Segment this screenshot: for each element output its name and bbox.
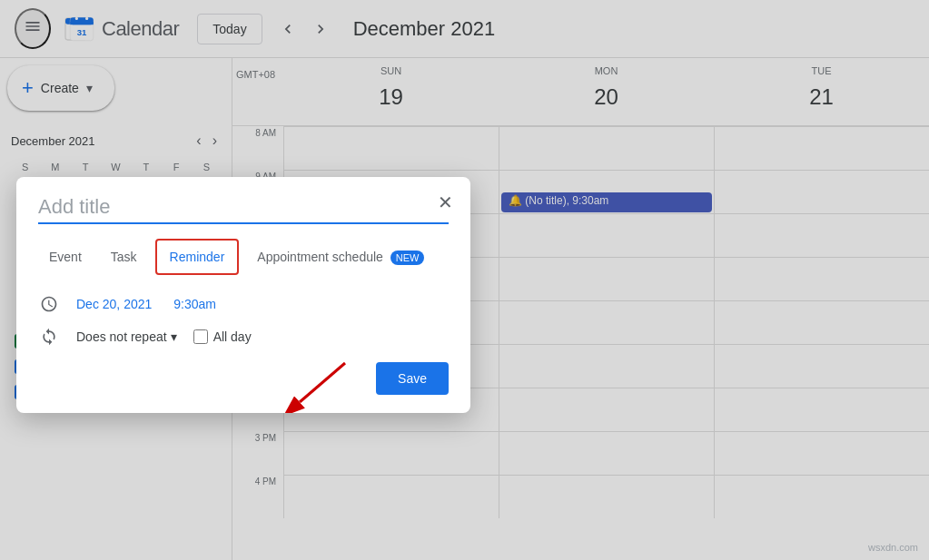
tab-appointment-label: Appointment schedule: [257, 250, 383, 264]
repeat-row: Does not repeat ▾ All day: [38, 326, 449, 348]
allday-checkbox[interactable]: [193, 329, 208, 344]
save-button[interactable]: Save: [376, 362, 449, 395]
time-button[interactable]: 9:30am: [168, 293, 222, 315]
datetime-row: Dec 20, 2021 9:30am: [38, 293, 449, 315]
tab-reminder-wrapper: Reminder: [155, 239, 240, 275]
new-badge: NEW: [390, 251, 425, 265]
quick-create-dialog: ✕ Event Task Reminder Appointment schedu…: [16, 177, 470, 413]
date-button[interactable]: Dec 20, 2021: [71, 293, 157, 315]
tab-task-label: Task: [111, 250, 137, 264]
allday-text: All day: [213, 329, 252, 344]
tab-event[interactable]: Event: [38, 242, 93, 271]
repeat-button[interactable]: Does not repeat ▾: [71, 326, 183, 348]
clock-icon: [38, 295, 60, 313]
tab-task[interactable]: Task: [100, 242, 148, 271]
dialog-tabs: Event Task Reminder Appointment schedule…: [38, 239, 449, 275]
tab-appointment[interactable]: Appointment schedule NEW: [246, 242, 435, 271]
title-input[interactable]: [38, 195, 449, 224]
tab-reminder-label: Reminder: [170, 250, 225, 264]
dialog-footer: Save: [38, 362, 449, 395]
repeat-icon: [38, 328, 60, 346]
repeat-label: Does not repeat: [76, 329, 167, 344]
watermark: wsxdn.com: [868, 542, 918, 553]
repeat-dropdown-icon: ▾: [171, 329, 177, 344]
dialog-close-button[interactable]: ✕: [430, 188, 460, 217]
tab-event-label: Event: [49, 250, 82, 264]
allday-label[interactable]: All day: [193, 329, 252, 344]
tab-reminder[interactable]: Reminder: [159, 242, 236, 271]
close-icon: ✕: [438, 192, 453, 213]
